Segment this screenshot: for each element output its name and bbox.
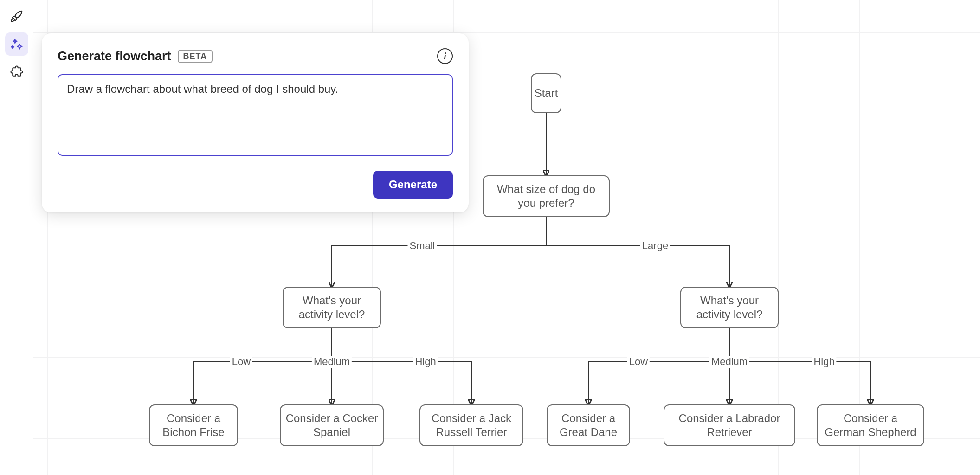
edge-label-med-1: Medium xyxy=(312,356,352,368)
edge-label-high-2: High xyxy=(812,356,836,368)
panel-footer: Generate xyxy=(58,171,453,199)
node-dane[interactable]: Consider a Great Dane xyxy=(547,404,630,446)
edge-label-low-2: Low xyxy=(627,356,650,368)
node-labrador[interactable]: Consider a Labrador Retriever xyxy=(664,404,795,446)
beta-badge: BETA xyxy=(178,50,213,63)
panel-title: Generate flowchart xyxy=(58,49,171,64)
edge-label-large: Large xyxy=(640,240,670,252)
generate-panel: Generate flowchart BETA i Generate xyxy=(42,33,469,212)
prompt-input[interactable] xyxy=(58,74,453,156)
sparkle-icon[interactable] xyxy=(5,32,28,56)
edge-label-high-1: High xyxy=(413,356,438,368)
left-toolbar xyxy=(0,0,33,83)
rocket-icon[interactable] xyxy=(5,5,28,28)
node-shepherd[interactable]: Consider a German Shepherd xyxy=(817,404,924,446)
node-activity-large[interactable]: What's your activity level? xyxy=(680,287,779,328)
info-icon[interactable]: i xyxy=(437,48,453,64)
generate-button[interactable]: Generate xyxy=(373,171,453,199)
puzzle-icon[interactable] xyxy=(5,60,28,83)
node-activity-small[interactable]: What's your activity level? xyxy=(283,287,381,328)
edge-label-small: Small xyxy=(407,240,437,252)
node-cocker[interactable]: Consider a Cocker Spaniel xyxy=(280,404,384,446)
node-bichon[interactable]: Consider a Bichon Frise xyxy=(149,404,238,446)
node-size-question[interactable]: What size of dog do you prefer? xyxy=(483,175,610,217)
edge-label-low-1: Low xyxy=(230,356,252,368)
node-jrt[interactable]: Consider a Jack Russell Terrier xyxy=(419,404,523,446)
panel-header: Generate flowchart BETA i xyxy=(58,48,453,64)
edge-label-med-2: Medium xyxy=(709,356,749,368)
node-start[interactable]: Start xyxy=(531,73,561,113)
